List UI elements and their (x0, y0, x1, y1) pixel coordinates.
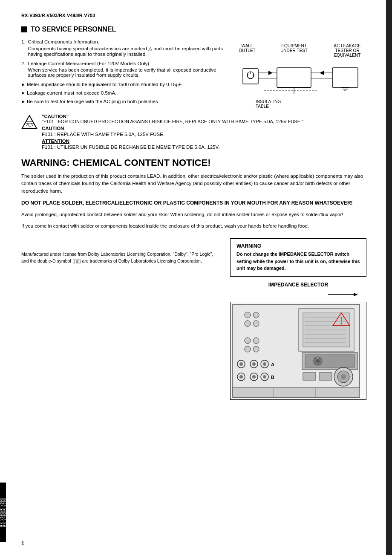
item1-text: Critical Components Information. Compone… (28, 39, 226, 57)
svg-point-54 (263, 362, 266, 366)
section-title-text: TO SERVICE PERSONNEL (31, 26, 116, 33)
equipment-label: EQUIPMENTUNDER TEST (275, 43, 313, 58)
svg-point-28 (245, 338, 251, 344)
svg-rect-68 (233, 387, 360, 397)
svg-point-56 (239, 375, 243, 379)
warning-box-title: WARNING (236, 243, 360, 249)
warning-box-body: Do not change the IMPEDANCE SELECTOR swi… (236, 251, 360, 272)
svg-point-60 (263, 375, 266, 379)
bottom-left: Manufactured under license from Dolby La… (21, 238, 222, 400)
page-number: 1 (21, 541, 24, 546)
svg-point-30 (245, 346, 251, 352)
svg-point-31 (253, 346, 259, 352)
wall-outlet-label: WALLOUTLET (234, 43, 260, 58)
item2-text: Leakage Current Measurement (For 120V Mo… (28, 61, 226, 78)
impedance-arrow-icon (230, 290, 366, 299)
warning-chemical-title: WARNING: CHEMICAL CONTENT NOTICE! (21, 157, 366, 168)
svg-point-25 (253, 312, 259, 318)
svg-point-27 (253, 321, 259, 327)
attention-text: F101 : UTILISER UN FUSIBLE DE RECHANGE D… (42, 145, 366, 150)
numbered-item-2: 2. Leakage Current Measurement (For 120V… (21, 61, 226, 78)
svg-rect-61 (303, 373, 316, 380)
item1-num: 1. (21, 39, 26, 57)
svg-point-29 (253, 338, 259, 344)
svg-point-47 (316, 359, 320, 363)
warning-impedance-box: WARNING Do not change the IMPEDANCE SELE… (230, 238, 366, 277)
warning-chemical-para1: The solder used in the production of thi… (21, 173, 366, 195)
caution-quoted-label: "CAUTION" (42, 114, 366, 119)
caution-text-block: "CAUTION" "F101 : FOR CONTINUED PROTECTI… (42, 114, 366, 150)
impedance-selector-title: IMPEDANCE SELECTOR (230, 282, 366, 288)
insulating-table-label: INSULATINGTABLE (256, 99, 366, 109)
bullet-2: ● Leakage current must not exceed 0.5mA. (21, 90, 226, 95)
svg-marker-5 (268, 71, 273, 75)
svg-rect-0 (243, 69, 258, 84)
svg-point-58 (252, 375, 256, 379)
bullet-1: ● Meter impedance should be equivalent t… (21, 82, 226, 87)
impedance-diagram-box: A B (230, 302, 366, 400)
svg-rect-10 (332, 68, 358, 87)
warning-chemical-para3: Avoid prolonged, unprotected contact bet… (21, 211, 366, 218)
top-section: 1. Critical Components Information. Comp… (21, 39, 366, 109)
warning-chemical-para4: If you come in contact with solder or co… (21, 223, 366, 230)
svg-point-43 (341, 323, 342, 324)
left-content: 1. Critical Components Information. Comp… (21, 39, 226, 109)
svg-rect-45 (305, 355, 355, 367)
section-title: TO SERVICE PERSONNEL (21, 26, 366, 33)
attention-label: ATTENTION (42, 139, 366, 144)
bullet-icon-2: ● (21, 90, 24, 95)
impedance-panel-svg: A B (231, 302, 363, 399)
caution-plain-label: CAUTION (42, 126, 366, 131)
circuit-svg (239, 60, 362, 98)
svg-rect-6 (277, 68, 311, 87)
caution-quoted-text: "F101 : FOR CONTINUED PROTECTION AGAINST… (42, 119, 366, 124)
dolby-note: Manufactured under license from Dolby La… (21, 251, 222, 265)
caution-section: A_V "CAUTION" "F101 : FOR CONTINUED PROT… (21, 114, 366, 150)
caution-plain-text: F101 : REPLACE WITH SAME TYPE 5.0A, 125V… (42, 132, 366, 137)
diagram-labels: WALLOUTLET EQUIPMENTUNDER TEST AC LEAKAG… (234, 43, 366, 58)
bullet-3: ● Be sure to test for leakage with the A… (21, 99, 226, 104)
warning-chemical-para2: DO NOT PLACE SOLDER, ELECTRICAL/ELECTRON… (21, 199, 366, 207)
svg-marker-9 (320, 71, 324, 75)
item2-num: 2. (21, 61, 26, 78)
caution-triangle-icon: A_V (21, 114, 37, 130)
svg-point-24 (245, 312, 251, 318)
side-label: RX-V393/R-V503RX-V493/R-V703 (0, 483, 6, 542)
ac-leakage-label: AC LEAKAGETESTER OREQUIVALENT (328, 43, 366, 58)
numbered-item-1: 1. Critical Components Information. Comp… (21, 39, 226, 57)
bullet-icon-3: ● (21, 99, 24, 104)
bottom-right: WARNING Do not change the IMPEDANCE SELE… (230, 238, 366, 400)
svg-text:B: B (271, 375, 274, 380)
bottom-section: Manufactured under license from Dolby La… (21, 238, 366, 400)
caution-row: A_V "CAUTION" "F101 : FOR CONTINUED PROT… (21, 114, 366, 150)
svg-point-50 (239, 362, 243, 366)
svg-point-26 (245, 321, 251, 327)
leakage-diagram: WALLOUTLET EQUIPMENTUNDER TEST AC LEAKAG… (234, 43, 366, 109)
svg-point-52 (252, 362, 256, 366)
title-square-icon (21, 26, 27, 32)
right-border (386, 0, 392, 555)
page: RX-V393/R-V503RX-V493/R-V703 RX-V393/R-V… (0, 0, 392, 555)
bullet-icon-1: ● (21, 82, 24, 87)
svg-point-65 (341, 374, 346, 379)
svg-text:A: A (271, 362, 274, 367)
svg-rect-62 (319, 373, 332, 380)
model-number: RX-V393/R-V503/RX-V493/R-V703 (21, 13, 366, 18)
svg-marker-22 (354, 293, 358, 296)
